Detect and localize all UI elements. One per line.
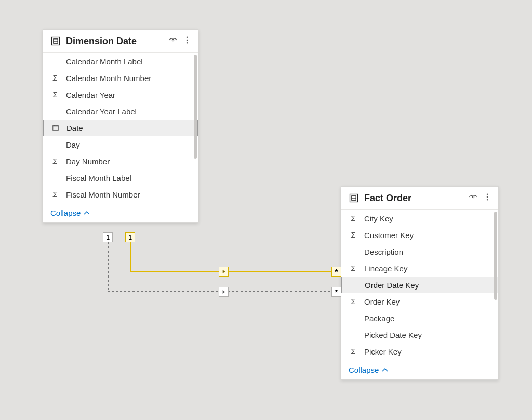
cardinality-many: * [331, 287, 341, 297]
field-label: Order Date Key [365, 281, 419, 290]
field-label: Calendar Month Number [66, 74, 151, 83]
chevron-up-icon [382, 367, 388, 373]
field-picker-key[interactable]: Picker Key [341, 343, 498, 360]
table-title: Fact Order [364, 193, 463, 204]
field-calendar-month-number[interactable]: Calendar Month Number [43, 70, 198, 86]
table-title: Dimension Date [66, 36, 163, 47]
field-date[interactable]: Date [43, 120, 198, 136]
field-day[interactable]: Day [43, 136, 198, 153]
sigma-icon [50, 74, 60, 82]
field-description[interactable]: Description [341, 243, 498, 260]
field-label: Calendar Month Label [66, 57, 143, 66]
calendar-icon [51, 124, 60, 132]
field-label: Fiscal Month Number [66, 190, 140, 199]
collapse-label: Collapse [349, 365, 379, 374]
svg-point-12 [487, 199, 488, 201]
svg-point-10 [487, 193, 488, 195]
relationship-line-inactive[interactable] [108, 242, 109, 292]
field-customer-key[interactable]: Customer Key [341, 227, 498, 243]
table-fact-order[interactable]: Fact Order City KeyCustomer KeyDescripti… [341, 186, 499, 380]
field-label: Package [364, 314, 394, 323]
field-calendar-year[interactable]: Calendar Year [43, 86, 198, 103]
cardinality-one: 1 [103, 232, 113, 242]
field-calendar-year-label[interactable]: Calendar Year Label [43, 103, 198, 120]
field-label: Order Key [364, 297, 400, 306]
field-order-key[interactable]: Order Key [341, 293, 498, 310]
sigma-icon [349, 231, 358, 239]
relationship-line[interactable] [130, 271, 341, 272]
visibility-icon[interactable] [168, 35, 178, 47]
table-dimension-date[interactable]: Dimension Date Calendar Month LabelCalen… [43, 29, 198, 223]
field-label: Calendar Year [66, 90, 115, 99]
model-canvas: { "tables": { "dim": { "title": "Dimensi… [0, 0, 532, 420]
field-calendar-month-label[interactable]: Calendar Month Label [43, 53, 198, 70]
field-label: City Key [364, 214, 393, 223]
sigma-icon [349, 298, 358, 305]
field-list: City KeyCustomer KeyDescriptionLineage K… [341, 209, 498, 360]
scrollbar-thumb[interactable] [494, 212, 497, 300]
field-label: Lineage Key [364, 264, 407, 273]
collapse-button[interactable]: Collapse [341, 360, 498, 379]
field-package[interactable]: Package [341, 310, 498, 326]
svg-point-5 [187, 42, 188, 44]
sigma-icon [50, 158, 60, 165]
svg-rect-6 [53, 126, 59, 131]
field-fiscal-month-number[interactable]: Fiscal Month Number [43, 186, 198, 203]
svg-point-3 [187, 36, 188, 38]
field-picked-date-key[interactable]: Picked Date Key [341, 326, 498, 343]
cardinality-one: 1 [125, 232, 135, 242]
table-header: Dimension Date [43, 30, 198, 52]
collapse-label: Collapse [50, 208, 81, 217]
field-label: Picked Date Key [364, 331, 422, 339]
visibility-icon[interactable] [468, 192, 478, 204]
sigma-icon [50, 191, 60, 198]
filter-direction-icon [219, 287, 229, 297]
field-label: Customer Key [364, 231, 414, 240]
chevron-up-icon [84, 210, 90, 216]
table-header: Fact Order [341, 187, 498, 209]
table-icon [50, 36, 61, 46]
field-label: Description [364, 247, 403, 256]
more-options-icon[interactable] [182, 35, 192, 47]
field-label: Day Number [66, 157, 110, 166]
field-lineage-key[interactable]: Lineage Key [341, 260, 498, 277]
more-options-icon[interactable] [483, 192, 492, 204]
svg-point-11 [487, 196, 488, 198]
collapse-button[interactable]: Collapse [43, 203, 198, 222]
field-label: Picker Key [364, 347, 402, 356]
field-day-number[interactable]: Day Number [43, 153, 198, 169]
scrollbar-thumb[interactable] [194, 55, 197, 159]
field-city-key[interactable]: City Key [341, 210, 498, 227]
field-fiscal-month-label[interactable]: Fiscal Month Label [43, 169, 198, 186]
sigma-icon [50, 91, 60, 98]
sigma-icon [349, 265, 358, 272]
field-label: Calendar Year Label [66, 107, 137, 116]
svg-point-9 [472, 196, 474, 198]
field-list: Calendar Month LabelCalendar Month Numbe… [43, 52, 198, 203]
field-label: Day [66, 140, 80, 149]
cardinality-many: * [331, 267, 341, 277]
sigma-icon [349, 215, 358, 222]
table-icon [349, 193, 359, 203]
relationship-line[interactable] [130, 242, 131, 271]
svg-point-4 [187, 40, 188, 41]
svg-point-2 [172, 39, 174, 41]
field-label: Date [66, 124, 83, 133]
filter-direction-icon [219, 267, 229, 277]
sigma-icon [349, 348, 358, 355]
field-label: Fiscal Month Label [66, 174, 131, 182]
field-order-date-key[interactable]: Order Date Key [341, 277, 498, 293]
